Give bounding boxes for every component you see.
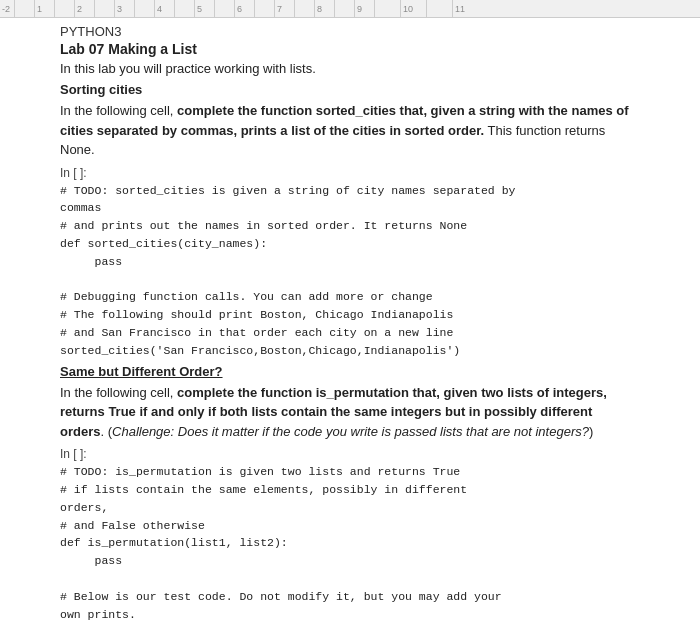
- ruler-mark: 10: [400, 0, 426, 17]
- ruler-mark: [174, 0, 194, 17]
- section1-desc-pre: In the following cell,: [60, 103, 177, 118]
- ruler-mark: 7: [274, 0, 294, 17]
- ruler-marks: -2 1 2 3 4 5 6 7 8 9 10 11: [0, 0, 700, 17]
- ruler-mark: [54, 0, 74, 17]
- section1-code: # TODO: sorted_cities is given a string …: [60, 182, 640, 360]
- ruler-mark: [214, 0, 234, 17]
- ruler-mark: -2: [0, 0, 14, 17]
- section2-desc-post2: ): [589, 424, 593, 439]
- ruler-mark: [334, 0, 354, 17]
- ruler-mark: [14, 0, 34, 17]
- ruler-mark: [254, 0, 274, 17]
- section1: Sorting cities In the following cell, co…: [60, 82, 640, 360]
- section2-code: # TODO: is_permutation is given two list…: [60, 463, 640, 626]
- ruler-mark: 3: [114, 0, 134, 17]
- section2-cell-label: In [ ]:: [60, 447, 640, 461]
- section1-cell-label: In [ ]:: [60, 166, 640, 180]
- ruler-mark: 8: [314, 0, 334, 17]
- lab-title: Lab 07 Making a List: [60, 41, 640, 57]
- section2-desc-post: . (: [100, 424, 112, 439]
- ruler-mark: [426, 0, 452, 17]
- section1-desc: In the following cell, complete the func…: [60, 101, 640, 160]
- ruler-mark: 9: [354, 0, 374, 17]
- ruler-mark: [94, 0, 114, 17]
- ruler-mark: [374, 0, 400, 17]
- section2-desc: In the following cell, complete the func…: [60, 383, 640, 442]
- ruler-mark: 11: [452, 0, 478, 17]
- section2: Same but Different Order? In the followi…: [60, 364, 640, 626]
- ruler: -2 1 2 3 4 5 6 7 8 9 10 11: [0, 0, 700, 18]
- ruler-mark: 1: [34, 0, 54, 17]
- ruler-mark: 4: [154, 0, 174, 17]
- section2-desc-pre: In the following cell,: [60, 385, 177, 400]
- ruler-mark: 6: [234, 0, 254, 17]
- section2-desc-italic: Challenge: Does it matter if the code yo…: [112, 424, 589, 439]
- content-area: PYTHON3 Lab 07 Making a List In this lab…: [0, 18, 700, 626]
- section2-title: Same but Different Order?: [60, 364, 640, 379]
- ruler-mark: 2: [74, 0, 94, 17]
- ruler-mark: [134, 0, 154, 17]
- ruler-mark: 5: [194, 0, 214, 17]
- ruler-mark: [294, 0, 314, 17]
- intro-text: In this lab you will practice working wi…: [60, 61, 640, 76]
- doc-header: PYTHON3: [60, 24, 640, 39]
- section1-title: Sorting cities: [60, 82, 640, 97]
